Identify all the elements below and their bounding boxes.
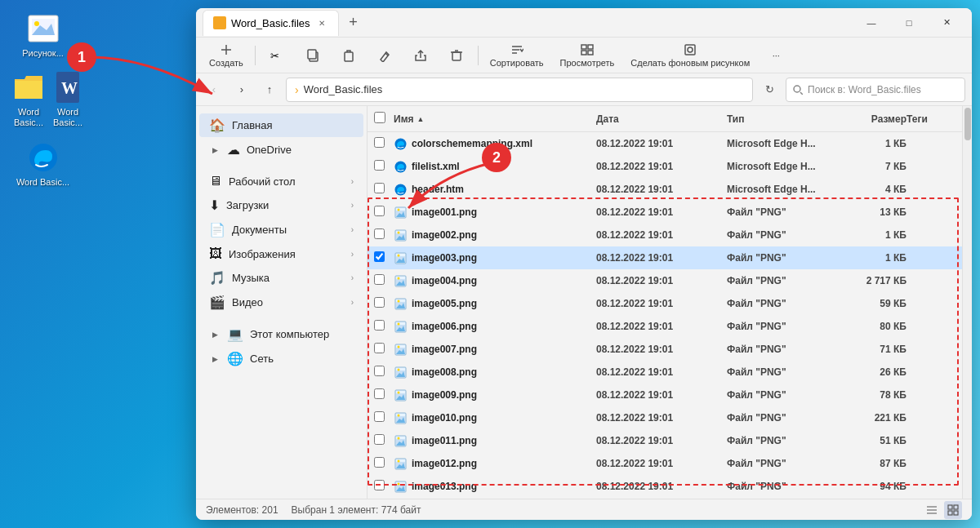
row-checkbox[interactable]: [374, 411, 394, 424]
table-row[interactable]: colorschememapping.xml 08.12.2022 19:01 …: [368, 132, 962, 155]
table-row[interactable]: image014.png 08.12.2022 19:01 Файл "PNG"…: [368, 498, 962, 499]
svg-point-61: [397, 368, 399, 370]
forward-button[interactable]: ›: [230, 78, 253, 101]
row-checkbox[interactable]: [374, 434, 394, 447]
table-row[interactable]: image003.png 08.12.2022 19:01 Файл "PNG"…: [368, 246, 962, 269]
status-bar: Элементов: 201 Выбран 1 элемент: 774 бай…: [196, 499, 972, 520]
status-bar-right: [923, 501, 962, 519]
table-row[interactable]: image002.png 08.12.2022 19:01 Файл "PNG"…: [368, 224, 962, 246]
row-checkbox[interactable]: [374, 274, 394, 287]
row-checkbox[interactable]: [374, 457, 394, 470]
desktop-icon-folder[interactable]: Word Basic...: [12, 71, 45, 128]
delete-button[interactable]: [440, 40, 473, 71]
col-size-header[interactable]: Размер: [841, 113, 906, 125]
col-date-header[interactable]: Дата: [596, 113, 727, 125]
row-checkbox[interactable]: [374, 206, 394, 219]
scrollbar-thumb: [964, 108, 971, 140]
up-button[interactable]: ↑: [258, 78, 281, 101]
row-checkbox[interactable]: [374, 229, 394, 242]
file-list-scroll[interactable]: colorschememapping.xml 08.12.2022 19:01 …: [368, 132, 962, 499]
table-row[interactable]: image011.png 08.12.2022 19:01 Файл "PNG"…: [368, 429, 962, 452]
row-checkbox[interactable]: [374, 251, 394, 264]
row-type: Файл "PNG": [727, 366, 841, 378]
desktop-icon-folder-label: Word Basic...: [12, 107, 45, 128]
cut-button[interactable]: ✂: [261, 40, 293, 71]
sidebar-item-video[interactable]: 🎬 Видео ›: [199, 291, 363, 314]
overflow-button[interactable]: ···: [760, 40, 792, 71]
details-view-button[interactable]: [944, 501, 962, 519]
new-tab-button[interactable]: +: [342, 11, 365, 34]
row-type: Microsoft Edge H...: [727, 161, 841, 172]
table-row[interactable]: image004.png 08.12.2022 19:01 Файл "PNG"…: [368, 269, 962, 292]
sidebar-item-home[interactable]: 🏠 Главная: [199, 113, 363, 137]
table-row[interactable]: image010.png 08.12.2022 19:01 Файл "PNG"…: [368, 406, 962, 429]
close-button[interactable]: ✕: [928, 10, 965, 36]
file-type-icon: [394, 137, 407, 150]
svg-point-26: [794, 86, 800, 92]
address-input[interactable]: › Word_Basic.files: [286, 78, 753, 102]
svg-rect-23: [588, 51, 593, 55]
table-row[interactable]: header.htm 08.12.2022 19:01 Microsoft Ed…: [368, 178, 962, 201]
table-row[interactable]: image001.png 08.12.2022 19:01 Файл "PNG"…: [368, 201, 962, 224]
search-box[interactable]: Поиск в: Word_Basic.files: [786, 78, 965, 102]
sidebar-item-music[interactable]: 🎵 Музыка ›: [199, 266, 363, 290]
sidebar-item-downloads-label: Загрузки: [226, 199, 269, 211]
desktop-icon-picture[interactable]: Рисунок...: [12, 12, 74, 59]
rename-button[interactable]: [368, 40, 401, 71]
file-type-icon: [394, 251, 407, 264]
sidebar-item-network[interactable]: ▶ 🌐 Сеть: [199, 347, 363, 370]
sidebar-item-downloads[interactable]: ⬇ Загрузки ›: [199, 193, 363, 217]
table-row[interactable]: image013.png 08.12.2022 19:01 Файл "PNG"…: [368, 475, 962, 498]
table-row[interactable]: filelist.xml 08.12.2022 19:01 Microsoft …: [368, 155, 962, 178]
refresh-button[interactable]: ↻: [758, 78, 781, 101]
table-row[interactable]: image012.png 08.12.2022 19:01 Файл "PNG"…: [368, 452, 962, 475]
desktop-icon-edge[interactable]: Word Basic...: [12, 141, 74, 188]
create-button[interactable]: Создать: [203, 40, 250, 71]
table-row[interactable]: image006.png 08.12.2022 19:01 Файл "PNG"…: [368, 315, 962, 338]
sort-button[interactable]: Сортировать: [483, 40, 550, 71]
row-checkbox[interactable]: [374, 297, 394, 310]
sidebar-item-this-pc[interactable]: ▶ 💻 Этот компьютер: [199, 322, 363, 346]
back-button[interactable]: ‹: [203, 78, 225, 101]
copy-button[interactable]: [296, 40, 329, 71]
row-checkbox[interactable]: [374, 388, 394, 402]
share-button[interactable]: [404, 40, 437, 71]
desktop-icon-word-label: Word Basic...: [51, 107, 84, 128]
desktop-icon-word[interactable]: W Word Basic...: [51, 71, 84, 128]
view-button[interactable]: Просмотреть: [554, 40, 621, 71]
sidebar-item-documents[interactable]: 📄 Документы ›: [199, 218, 363, 242]
row-checkbox[interactable]: [374, 137, 394, 150]
sidebar-item-desktop[interactable]: 🖥 Рабочий стол ›: [199, 170, 363, 193]
col-name-header[interactable]: Имя ▲: [394, 113, 596, 125]
row-checkbox[interactable]: [374, 320, 394, 333]
table-row[interactable]: image008.png 08.12.2022 19:01 Файл "PNG"…: [368, 361, 962, 384]
row-name: header.htm: [394, 183, 596, 196]
table-row[interactable]: image009.png 08.12.2022 19:01 Файл "PNG"…: [368, 384, 962, 406]
sidebar-item-onedrive[interactable]: ▶ ☁ OneDrive: [199, 138, 363, 162]
svg-rect-94: [948, 505, 952, 509]
maximize-button[interactable]: □: [890, 10, 928, 36]
row-type: Microsoft Edge H...: [727, 184, 841, 195]
svg-text:✂: ✂: [270, 50, 279, 62]
list-view-button[interactable]: [923, 501, 941, 519]
row-checkbox[interactable]: [374, 366, 394, 379]
select-all-checkbox[interactable]: [374, 112, 385, 123]
wallpaper-button[interactable]: Сделать фоновым рисунком: [624, 40, 756, 71]
sidebar: 🏠 Главная ▶ ☁ OneDrive 🖥 Рабочий стол › …: [196, 106, 368, 499]
minimize-button[interactable]: —: [853, 10, 890, 36]
sort-indicator: ▲: [417, 115, 425, 123]
col-type-header[interactable]: Тип: [727, 113, 841, 125]
explorer-tab[interactable]: Word_Basic.files ✕: [203, 10, 339, 36]
sidebar-item-pictures[interactable]: 🖼 Изображения ›: [199, 242, 363, 265]
row-date: 08.12.2022 19:01: [596, 435, 727, 446]
table-row[interactable]: image007.png 08.12.2022 19:01 Файл "PNG"…: [368, 338, 962, 361]
scrollbar-track[interactable]: [962, 106, 972, 499]
svg-line-27: [800, 92, 803, 95]
table-row[interactable]: image005.png 08.12.2022 19:01 Файл "PNG"…: [368, 292, 962, 315]
row-checkbox[interactable]: [374, 480, 394, 493]
row-checkbox[interactable]: [374, 160, 394, 173]
row-checkbox[interactable]: [374, 183, 394, 196]
tab-close-button[interactable]: ✕: [315, 16, 328, 29]
row-checkbox[interactable]: [374, 343, 394, 356]
paste-button[interactable]: [332, 40, 365, 71]
